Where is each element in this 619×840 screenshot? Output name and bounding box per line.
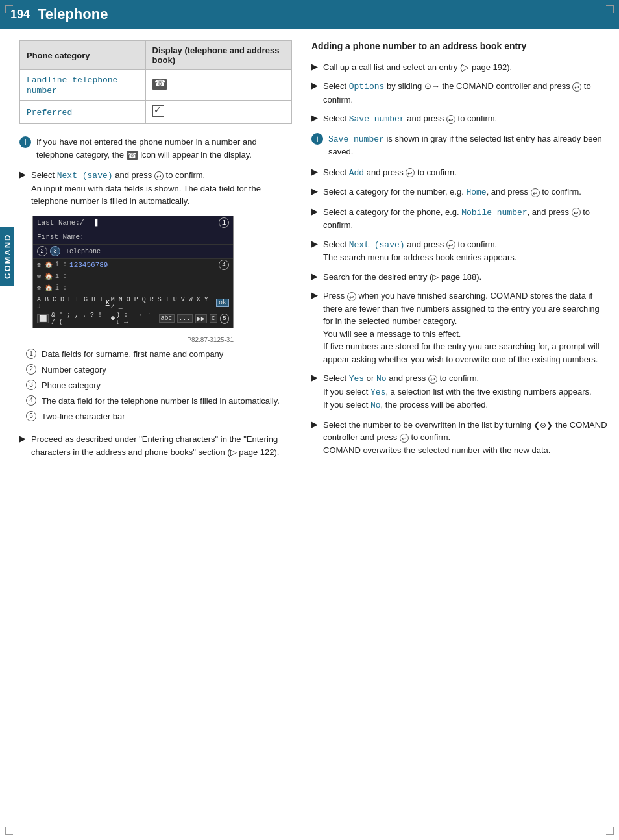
right-bullet-5: ▶ Select a category for the number, e.g.… bbox=[311, 186, 607, 199]
kbd-row-1: A B C D E F G H I J K M N O P Q R S T U … bbox=[37, 296, 229, 310]
section-heading: Adding a phone number to an address book… bbox=[311, 40, 607, 53]
page-title: Telephone bbox=[38, 6, 108, 23]
annot-item-3: 3 Phone category bbox=[26, 380, 292, 391]
annot-item-4: 4 The data field for the telephone numbe… bbox=[26, 395, 292, 407]
lastname-label: Last Name:/ bbox=[37, 219, 95, 227]
checkbox-icon bbox=[152, 105, 164, 117]
annot-circle-4: 4 bbox=[219, 260, 229, 270]
bullet-arrow-1: ▶ bbox=[19, 169, 26, 179]
annot-num-1: 1 bbox=[26, 349, 36, 359]
next-save-code: Next (save) bbox=[57, 171, 113, 180]
right-bullet-4: ▶ Select Add and press ↩ to confirm. bbox=[311, 166, 607, 180]
bullet-text-2: Proceed as described under "Entering cha… bbox=[31, 433, 292, 458]
annot-num-3: 3 bbox=[26, 380, 36, 390]
right-bullet-2: ▶ Select Options by sliding ⊙→ the COMAN… bbox=[311, 80, 607, 106]
info-icon-right-1: i bbox=[311, 133, 323, 145]
annot-num-5: 5 bbox=[26, 411, 36, 421]
phone-number: 123456789 bbox=[69, 261, 108, 269]
screen-keyboard: A B C D E F G H I J K M N O P Q R S T U … bbox=[33, 294, 233, 328]
right-bullet-6: ▶ Select a category for the phone, e.g. … bbox=[311, 206, 607, 232]
bullet-next-save: ▶ Select Next (save) and press ↩ to conf… bbox=[19, 169, 292, 208]
annot-num-2: 2 bbox=[26, 364, 36, 375]
annot-text-5: Two-line character bar bbox=[42, 411, 125, 423]
corner-mark-tr bbox=[606, 5, 614, 13]
right-bullet-10: ▶ Select Yes or No and press ↩ to confir… bbox=[311, 372, 607, 412]
bullet-proceed: ▶ Proceed as described under "Entering c… bbox=[19, 433, 292, 458]
lastname-cursor: ▌ bbox=[95, 219, 100, 227]
info-text-1: If you have not entered the phone number… bbox=[36, 136, 292, 161]
info-block-right-1: i Save number is shown in gray if the se… bbox=[311, 132, 607, 158]
right-bullet-9: ▶ Press ↩ when you have finished searchi… bbox=[311, 290, 607, 365]
side-label: COMAND bbox=[0, 227, 14, 286]
landline-text: Landline telephone number bbox=[27, 75, 117, 95]
screen-data-phone1: ☎ 🏠 i : 123456789 4 bbox=[33, 259, 233, 271]
right-column: Adding a phone number to an address book… bbox=[311, 40, 607, 465]
annot-item-1: 1 Data fields for surname, first name an… bbox=[26, 349, 292, 360]
annot-item-5: 5 Two-line character bar bbox=[26, 411, 292, 423]
info-block-1: i If you have not entered the phone numb… bbox=[19, 136, 292, 161]
corner-mark-bl bbox=[5, 827, 13, 835]
firstname-label: First Name: bbox=[37, 233, 95, 241]
table-row-landline-label: Landline telephone number bbox=[20, 70, 146, 101]
screen-data-phone2: ☎ 🏠 i : bbox=[33, 271, 233, 282]
screen-row-firstname: First Name: bbox=[33, 230, 233, 245]
right-bullet-1: ▶ Call up a call list and select an entr… bbox=[311, 61, 607, 74]
header-bar: 194 Telephone bbox=[0, 0, 619, 29]
phone-icon bbox=[152, 79, 167, 90]
bullet-arrow-2: ▶ bbox=[19, 434, 26, 443]
annot-circle-5: 5 bbox=[220, 314, 229, 324]
main-content: Phone category Display (telephone and ad… bbox=[0, 29, 619, 476]
page-number: 194 bbox=[10, 8, 30, 21]
preferred-text: Preferred bbox=[27, 108, 72, 117]
right-bullet-11: ▶ Select the number to be overwritten in… bbox=[311, 419, 607, 457]
annot-text-1: Data fields for surname, first name and … bbox=[42, 349, 223, 360]
right-bullet-8: ▶ Search for the desired entry (▷ page 1… bbox=[311, 271, 607, 284]
corner-mark-br bbox=[606, 827, 614, 835]
table-row-preferred-icon bbox=[145, 101, 291, 124]
annot-circle-3: 3 bbox=[50, 246, 60, 256]
table-header-col1: Phone category bbox=[20, 41, 146, 70]
kbd-row-2: ⬜ & ' ; , . ? ! - / ( ☻ ) : _ ← ↑ ↓ → ab… bbox=[37, 312, 229, 326]
screen-row-company: 2 3 Telephone bbox=[33, 245, 233, 259]
right-bullet-3: ▶ Select Save number and press ↩ to conf… bbox=[311, 112, 607, 126]
tab-telephone: Telephone bbox=[66, 248, 101, 255]
annot-item-2: 2 Number category bbox=[26, 364, 292, 376]
annot-circle-1: 1 bbox=[219, 217, 229, 228]
ok-key[interactable]: ok bbox=[216, 299, 229, 307]
info-icon-1: i bbox=[19, 136, 31, 148]
screen-row-lastname: Last Name:/ ▌ 1 bbox=[33, 216, 233, 230]
right-bullet-7: ▶ Select Next (save) and press ↩ to conf… bbox=[311, 238, 607, 264]
annot-text-2: Number category bbox=[42, 364, 106, 376]
table-row-preferred-label: Preferred bbox=[20, 101, 146, 124]
table-header-col2: Display (telephone and address book) bbox=[145, 41, 291, 70]
table-row-landline-icon bbox=[145, 70, 291, 101]
annot-circle-2: 2 bbox=[37, 246, 47, 256]
annot-text-3: Phone category bbox=[42, 380, 101, 391]
left-column: Phone category Display (telephone and ad… bbox=[19, 40, 292, 465]
annotation-list: 1 Data fields for surname, first name an… bbox=[26, 349, 292, 423]
screen-caption: P82.87-3125-31 bbox=[32, 336, 234, 343]
screen-mockup: Last Name:/ ▌ 1 First Name: 2 3 Telephon… bbox=[32, 216, 234, 328]
annot-num-4: 4 bbox=[26, 395, 36, 406]
screen-data-phone3: ☎ 🏠 i : bbox=[33, 282, 233, 294]
bullet-text-1: Select Next (save) and press ↩ to confir… bbox=[31, 169, 292, 208]
annot-text-4: The data field for the telephone number … bbox=[42, 395, 280, 407]
corner-mark-tl bbox=[5, 5, 13, 13]
phone-category-table: Phone category Display (telephone and ad… bbox=[19, 40, 292, 124]
